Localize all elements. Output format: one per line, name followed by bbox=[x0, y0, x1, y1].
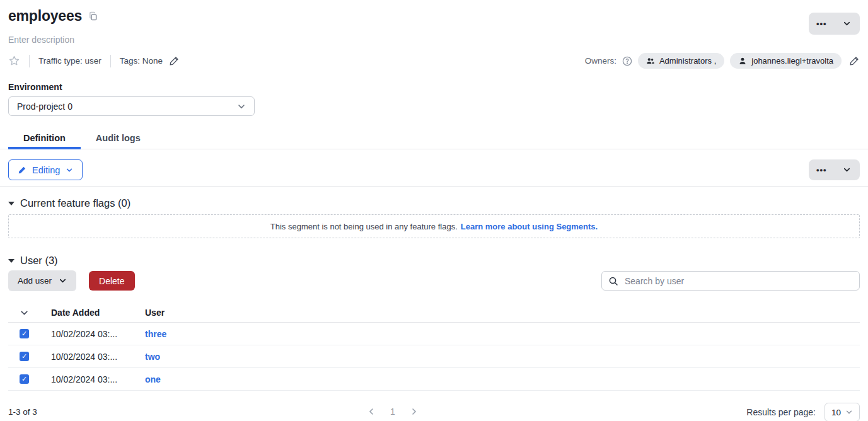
table-footer: 1-3 of 3 1 Results per page: 10 bbox=[8, 400, 860, 421]
page-title: employees bbox=[8, 8, 82, 25]
user-link[interactable]: two bbox=[145, 352, 860, 362]
results-range-label: 1-3 of 3 bbox=[8, 407, 37, 417]
more-actions-button[interactable]: ••• bbox=[809, 159, 835, 180]
date-added-cell: 10/02/2024 03:... bbox=[51, 352, 145, 362]
group-icon bbox=[646, 57, 655, 66]
owner-pill-user[interactable]: johannes.liegl+travolta bbox=[730, 53, 842, 69]
actions-chevron-button[interactable] bbox=[835, 13, 860, 35]
divider bbox=[110, 55, 111, 67]
select-all-chevron-icon[interactable] bbox=[20, 308, 51, 318]
person-icon bbox=[738, 57, 747, 66]
results-per-page-select[interactable]: 10 bbox=[825, 403, 860, 421]
results-per-page-value: 10 bbox=[831, 408, 841, 417]
pagination: 1 bbox=[364, 405, 421, 418]
editing-actions-group: ••• bbox=[809, 159, 860, 180]
chevron-down-icon bbox=[845, 408, 853, 416]
add-user-label: Add user bbox=[18, 276, 52, 285]
owner-pill-label: johannes.liegl+travolta bbox=[751, 56, 833, 66]
environment-label: Environment bbox=[8, 82, 860, 92]
empty-state-text: This segment is not being used in any fe… bbox=[270, 222, 458, 231]
environment-select[interactable]: Prod-project 0 bbox=[8, 96, 255, 116]
ellipsis-icon: ••• bbox=[816, 20, 827, 28]
traffic-type-label: Traffic type: user bbox=[38, 56, 101, 66]
next-page-button[interactable] bbox=[407, 405, 421, 418]
chevron-down-icon bbox=[843, 166, 851, 174]
title-actions: ••• bbox=[809, 13, 860, 35]
delete-button[interactable]: Delete bbox=[89, 271, 134, 291]
column-header-date: Date Added bbox=[51, 308, 145, 318]
table-row: ✓ 10/02/2024 03:... two bbox=[8, 345, 860, 368]
owner-pill-label: Administrators , bbox=[659, 56, 716, 66]
owner-pill-administrators[interactable]: Administrators , bbox=[638, 53, 724, 69]
feature-flags-section-header[interactable]: Current feature flags (0) bbox=[8, 197, 860, 209]
description-placeholder[interactable]: Enter description bbox=[8, 35, 860, 45]
star-icon[interactable] bbox=[8, 55, 20, 67]
users-table-header: Date Added User bbox=[8, 303, 860, 323]
actions-chevron-button[interactable] bbox=[835, 159, 860, 180]
user-link[interactable]: three bbox=[145, 329, 860, 339]
results-per-page-label: Results per page: bbox=[746, 407, 816, 417]
user-header-label: User (3) bbox=[20, 255, 58, 267]
user-search-input[interactable] bbox=[623, 275, 853, 287]
chevron-left-icon bbox=[367, 407, 376, 416]
row-checkbox[interactable]: ✓ bbox=[20, 329, 29, 338]
title-row: employees bbox=[8, 6, 860, 25]
divider bbox=[29, 55, 30, 67]
more-actions-button[interactable]: ••• bbox=[809, 13, 835, 35]
chevron-down-icon bbox=[237, 102, 246, 111]
tab-definition[interactable]: Definition bbox=[8, 128, 81, 149]
owners-section: Owners: Administrators , johannes.liegl+… bbox=[585, 53, 860, 69]
edit-owners-icon[interactable] bbox=[849, 55, 860, 66]
ellipsis-icon: ••• bbox=[816, 166, 827, 174]
tab-bar: Definition Audit logs bbox=[0, 128, 868, 149]
row-checkbox[interactable]: ✓ bbox=[20, 374, 29, 384]
table-row: ✓ 10/02/2024 03:... one bbox=[8, 368, 860, 391]
current-page-number[interactable]: 1 bbox=[386, 407, 400, 417]
chevron-down-icon bbox=[59, 277, 67, 285]
segment-detail-page: employees ••• Enter description Traffic … bbox=[0, 6, 868, 421]
results-per-page: Results per page: 10 bbox=[746, 403, 860, 421]
learn-more-link[interactable]: Learn more about using Segments. bbox=[461, 222, 598, 231]
column-header-user: User bbox=[145, 308, 860, 318]
caret-down-icon bbox=[8, 259, 14, 263]
add-user-button[interactable]: Add user bbox=[8, 270, 76, 291]
tags-label: Tags: None bbox=[120, 56, 163, 66]
chevron-down-icon bbox=[66, 166, 73, 174]
feature-flags-empty-state: This segment is not being used in any fe… bbox=[8, 214, 860, 238]
user-section-header[interactable]: User (3) bbox=[8, 255, 860, 267]
editing-toolbar: Editing ••• bbox=[0, 159, 868, 187]
editing-button[interactable]: Editing bbox=[8, 159, 83, 180]
pencil-icon bbox=[18, 166, 26, 175]
help-icon[interactable] bbox=[622, 56, 632, 66]
user-link[interactable]: one bbox=[145, 374, 860, 384]
chevron-down-icon bbox=[843, 20, 851, 28]
table-row: ✓ 10/02/2024 03:... three bbox=[8, 323, 860, 345]
date-added-cell: 10/02/2024 03:... bbox=[51, 374, 145, 384]
caret-down-icon bbox=[8, 202, 14, 205]
environment-selected-value: Prod-project 0 bbox=[17, 101, 72, 112]
title-actions-group: ••• bbox=[809, 13, 860, 35]
meta-row: Traffic type: user Tags: None Owners: Ad… bbox=[8, 53, 860, 69]
feature-flags-header-label: Current feature flags (0) bbox=[20, 197, 130, 209]
user-search-box bbox=[601, 271, 860, 291]
chevron-right-icon bbox=[410, 407, 419, 416]
previous-page-button[interactable] bbox=[364, 405, 378, 418]
copy-icon[interactable] bbox=[88, 11, 98, 21]
search-icon bbox=[608, 276, 618, 286]
edit-tags-icon[interactable] bbox=[169, 55, 180, 66]
row-checkbox[interactable]: ✓ bbox=[20, 352, 29, 361]
date-added-cell: 10/02/2024 03:... bbox=[51, 329, 145, 339]
owners-label: Owners: bbox=[585, 56, 616, 66]
tab-audit-logs[interactable]: Audit logs bbox=[81, 128, 156, 149]
user-toolbar: Add user Delete bbox=[8, 270, 860, 291]
editing-button-label: Editing bbox=[32, 165, 60, 175]
users-table: Date Added User ✓ 10/02/2024 03:... thre… bbox=[8, 303, 860, 391]
